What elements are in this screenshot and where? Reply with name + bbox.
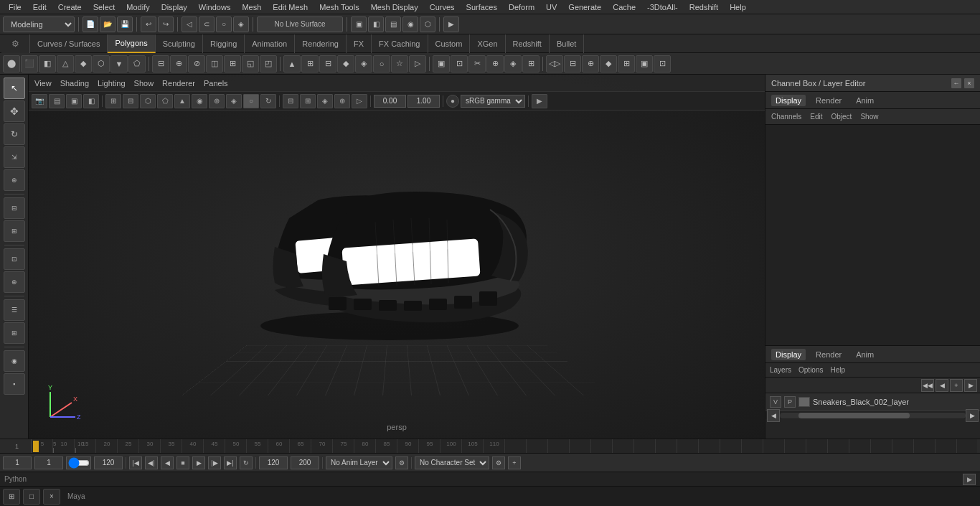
lasso-btn[interactable]: ⊂ bbox=[199, 17, 215, 32]
shape2-btn[interactable]: △ bbox=[57, 55, 74, 72]
channel-render-tab[interactable]: Render bbox=[811, 95, 846, 106]
paint-btn[interactable]: ○ bbox=[216, 17, 232, 32]
menu-surfaces[interactable]: Surfaces bbox=[461, 1, 503, 13]
layer-render-tab[interactable]: Render bbox=[811, 349, 846, 360]
shade8-btn[interactable]: ↻ bbox=[260, 94, 276, 108]
channel-box-close[interactable]: ← bbox=[951, 78, 961, 88]
layer-playback-btn[interactable]: P bbox=[784, 396, 796, 408]
anim-layer-select[interactable]: No Anim Layer bbox=[326, 456, 392, 469]
menu-uv[interactable]: UV bbox=[540, 1, 562, 13]
menu-curves[interactable]: Curves bbox=[424, 1, 461, 13]
cube-icon-btn[interactable]: ⬛ bbox=[21, 55, 38, 72]
other1-btn[interactable]: ▶ bbox=[443, 17, 459, 32]
scroll-right-btn[interactable]: ▶ bbox=[966, 409, 979, 422]
shade4-btn[interactable]: ◉ bbox=[192, 94, 207, 108]
uvcut-btn[interactable]: ✂ bbox=[468, 55, 486, 72]
snap-btn[interactable]: ◈ bbox=[233, 17, 249, 32]
cam4-btn[interactable]: ◧ bbox=[83, 94, 99, 108]
cam-icon-btn[interactable]: 📷 bbox=[32, 94, 47, 108]
object-menu[interactable]: Object bbox=[831, 113, 852, 121]
channel-display-tab[interactable]: Display bbox=[771, 95, 806, 106]
custom2-btn[interactable]: ⊕ bbox=[4, 271, 25, 293]
edit-menu[interactable]: Edit bbox=[810, 113, 822, 121]
scroll-thumb[interactable] bbox=[798, 413, 910, 418]
undo-btn[interactable]: ↩ bbox=[141, 17, 156, 32]
circularize-btn[interactable]: ○ bbox=[373, 55, 390, 72]
menu-select[interactable]: Select bbox=[88, 1, 121, 13]
menu-create[interactable]: Create bbox=[52, 1, 88, 13]
tab-redshift[interactable]: Redshift bbox=[506, 34, 550, 53]
play-back-btn[interactable]: ◀ bbox=[161, 456, 174, 469]
shape3-btn[interactable]: ◆ bbox=[75, 55, 92, 72]
tab-xgen[interactable]: XGen bbox=[470, 34, 505, 53]
render3-btn[interactable]: ▤ bbox=[385, 17, 401, 32]
menu-deform[interactable]: Deform bbox=[503, 1, 540, 13]
bridge-btn[interactable]: ⊞ bbox=[301, 55, 319, 72]
extra1-btn[interactable]: ⊟ bbox=[283, 94, 298, 108]
reduce-btn[interactable]: ◱ bbox=[242, 55, 259, 72]
menu-windows[interactable]: Windows bbox=[193, 1, 237, 13]
layer-display-tab[interactable]: Display bbox=[771, 349, 806, 360]
python-run-btn[interactable]: ▶ bbox=[963, 474, 976, 485]
open-file-btn[interactable]: 📂 bbox=[100, 17, 116, 32]
custom1-btn[interactable]: ⊡ bbox=[4, 248, 25, 270]
show-menu[interactable]: Show bbox=[860, 113, 878, 121]
stop-btn[interactable]: ■ bbox=[176, 456, 189, 469]
universal-tool-btn[interactable]: ⊕ bbox=[4, 169, 25, 191]
tab-polygons[interactable]: Polygons bbox=[108, 34, 155, 53]
sym2-btn[interactable]: ⊟ bbox=[564, 55, 581, 72]
viewport-show-menu[interactable]: Show bbox=[134, 79, 154, 88]
sym4-btn[interactable]: ◆ bbox=[600, 55, 617, 72]
taskbar-btn3[interactable]: × bbox=[43, 489, 60, 505]
char-set-select[interactable]: No Character Set bbox=[415, 456, 489, 469]
mode-selector[interactable]: Modeling Rigging Animation bbox=[3, 17, 75, 32]
extra2-btn[interactable]: ⊞ bbox=[300, 94, 316, 108]
help-menu[interactable]: Help bbox=[830, 366, 845, 374]
channel-box-expand[interactable]: × bbox=[964, 78, 974, 88]
menu-edit-mesh[interactable]: Edit Mesh bbox=[267, 1, 314, 13]
start-frame-input[interactable]: 1 bbox=[3, 456, 32, 469]
render4-btn[interactable]: ◉ bbox=[402, 17, 418, 32]
menu-3dtall[interactable]: -3DtoAll- bbox=[641, 1, 684, 13]
uv6-btn[interactable]: ⊞ bbox=[522, 55, 540, 72]
bevel-btn[interactable]: ◆ bbox=[337, 55, 354, 72]
viewport-view-menu[interactable]: View bbox=[34, 79, 52, 88]
tab-fx[interactable]: FX bbox=[347, 34, 372, 53]
rot-input[interactable]: 0.00 bbox=[374, 95, 406, 108]
channels-menu[interactable]: Channels bbox=[771, 113, 801, 121]
snap-tool-btn[interactable]: ☰ bbox=[4, 299, 25, 321]
tab-animation[interactable]: Animation bbox=[245, 34, 295, 53]
layers-menu[interactable]: Layers bbox=[770, 366, 791, 374]
scroll-left-btn[interactable]: ◀ bbox=[767, 409, 780, 422]
redo-btn[interactable]: ↪ bbox=[158, 17, 174, 32]
sym3-btn[interactable]: ⊕ bbox=[582, 55, 599, 72]
fill-btn[interactable]: ⊟ bbox=[319, 55, 336, 72]
total-input[interactable] bbox=[291, 456, 319, 469]
taskbar-btn1[interactable]: ⊞ bbox=[3, 489, 20, 505]
menu-mesh[interactable]: Mesh bbox=[236, 1, 267, 13]
sym7-btn[interactable]: ⊡ bbox=[654, 55, 671, 72]
move-tool-btn[interactable]: ✥ bbox=[4, 100, 25, 122]
menu-display[interactable]: Display bbox=[156, 1, 193, 13]
shape5-btn[interactable]: ▼ bbox=[110, 55, 128, 72]
char-set-btn2[interactable]: + bbox=[508, 456, 521, 469]
render5-btn[interactable]: ⬡ bbox=[420, 17, 435, 32]
wedge-btn[interactable]: ▷ bbox=[409, 55, 426, 72]
step-back-btn[interactable]: ◀| bbox=[145, 456, 158, 469]
vertex-display-btn[interactable]: ▪ bbox=[4, 373, 25, 395]
end-frame-input[interactable] bbox=[94, 456, 123, 469]
boolean-btn[interactable]: ⊘ bbox=[188, 55, 205, 72]
options-menu[interactable]: Options bbox=[798, 366, 823, 374]
layer-anim-tab[interactable]: Anim bbox=[852, 349, 878, 360]
poke-btn[interactable]: ☆ bbox=[391, 55, 408, 72]
shape4-btn[interactable]: ⬡ bbox=[93, 55, 110, 72]
tab-bullet[interactable]: Bullet bbox=[550, 34, 585, 53]
cam2-btn[interactable]: ▤ bbox=[49, 94, 65, 108]
grid-vis2-btn[interactable]: ⊟ bbox=[123, 94, 138, 108]
combine-btn[interactable]: ⊕ bbox=[170, 55, 187, 72]
python-input[interactable] bbox=[32, 474, 963, 485]
sym1-btn[interactable]: ◁▷ bbox=[546, 55, 563, 72]
tab-curves-surfaces[interactable]: Curves / Surfaces bbox=[30, 34, 108, 53]
shade2-btn[interactable]: ⬠ bbox=[157, 94, 173, 108]
goto-end-btn[interactable]: ▶| bbox=[224, 456, 237, 469]
